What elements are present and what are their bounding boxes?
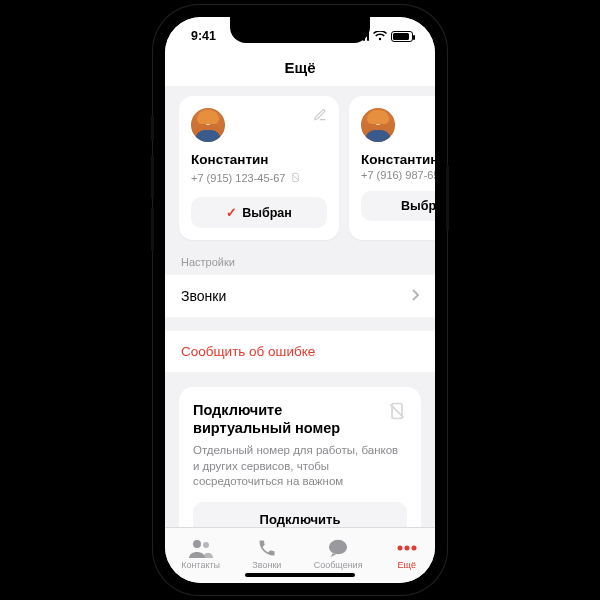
page-title: Ещё bbox=[165, 55, 435, 86]
report-label: Сообщить об ошибке bbox=[181, 344, 315, 359]
promo-title: Подключите виртуальный номер bbox=[193, 401, 407, 437]
avatar bbox=[361, 108, 395, 142]
profiles-row[interactable]: Константин +7 (915) 123-45-67 ✓ Выбран bbox=[165, 96, 435, 254]
check-icon: ✓ bbox=[226, 205, 237, 220]
sim-off-icon bbox=[387, 401, 407, 425]
side-button bbox=[151, 115, 154, 141]
sim-off-icon bbox=[290, 169, 301, 187]
content: Константин +7 (915) 123-45-67 ✓ Выбран bbox=[165, 86, 435, 527]
tab-label: Контакты bbox=[181, 560, 220, 570]
phone-frame: 9:41 Ещё Ко bbox=[153, 5, 447, 595]
button-label: Выбрать bbox=[401, 199, 435, 213]
tab-label: Звонки bbox=[252, 560, 281, 570]
wifi-icon bbox=[373, 31, 387, 41]
profile-phone: +7 (915) 123-45-67 bbox=[191, 172, 285, 184]
tab-contacts[interactable]: Контакты bbox=[181, 538, 220, 570]
tab-label: Сообщения bbox=[314, 560, 363, 570]
power-button bbox=[446, 165, 449, 231]
select-profile-button[interactable]: ✓ Выбран bbox=[191, 197, 327, 228]
tab-more[interactable]: Ещё bbox=[395, 538, 419, 570]
tab-label: Ещё bbox=[398, 560, 416, 570]
svg-point-5 bbox=[397, 545, 402, 550]
profile-phone: +7 (916) 987-65-47 bbox=[361, 169, 435, 181]
edit-icon[interactable] bbox=[313, 108, 327, 126]
home-indicator bbox=[165, 573, 435, 577]
battery-icon bbox=[391, 31, 413, 42]
tab-calls[interactable]: Звонки bbox=[252, 538, 281, 570]
screen: 9:41 Ещё Ко bbox=[165, 17, 435, 583]
volume-up-button bbox=[151, 155, 154, 199]
svg-point-2 bbox=[193, 540, 201, 548]
row-calls[interactable]: Звонки bbox=[165, 274, 435, 318]
promo-card: Подключите виртуальный номер Отдельный н… bbox=[179, 387, 421, 527]
select-profile-button[interactable]: Выбрать bbox=[361, 191, 435, 221]
profile-name: Константин К. bbox=[361, 152, 435, 167]
svg-point-7 bbox=[411, 545, 416, 550]
profile-card[interactable]: Константин К. +7 (916) 987-65-47 Выбрать bbox=[349, 96, 435, 240]
profile-card[interactable]: Константин +7 (915) 123-45-67 ✓ Выбран bbox=[179, 96, 339, 240]
svg-point-4 bbox=[329, 539, 347, 554]
svg-point-3 bbox=[203, 542, 209, 548]
promo-text: Отдельный номер для работы, банков и дру… bbox=[193, 443, 407, 490]
button-label: Выбран bbox=[242, 206, 292, 220]
section-label-settings: Настройки bbox=[165, 254, 435, 274]
row-report-bug[interactable]: Сообщить об ошибке bbox=[165, 330, 435, 373]
connect-button[interactable]: Подключить bbox=[193, 502, 407, 527]
svg-point-6 bbox=[404, 545, 409, 550]
notch bbox=[230, 17, 370, 43]
tab-messages[interactable]: Сообщения bbox=[314, 538, 363, 570]
status-time: 9:41 bbox=[191, 29, 216, 43]
avatar bbox=[191, 108, 225, 142]
profile-name: Константин bbox=[191, 152, 327, 167]
chevron-right-icon bbox=[411, 288, 419, 304]
volume-down-button bbox=[151, 207, 154, 251]
row-label: Звонки bbox=[181, 288, 226, 304]
